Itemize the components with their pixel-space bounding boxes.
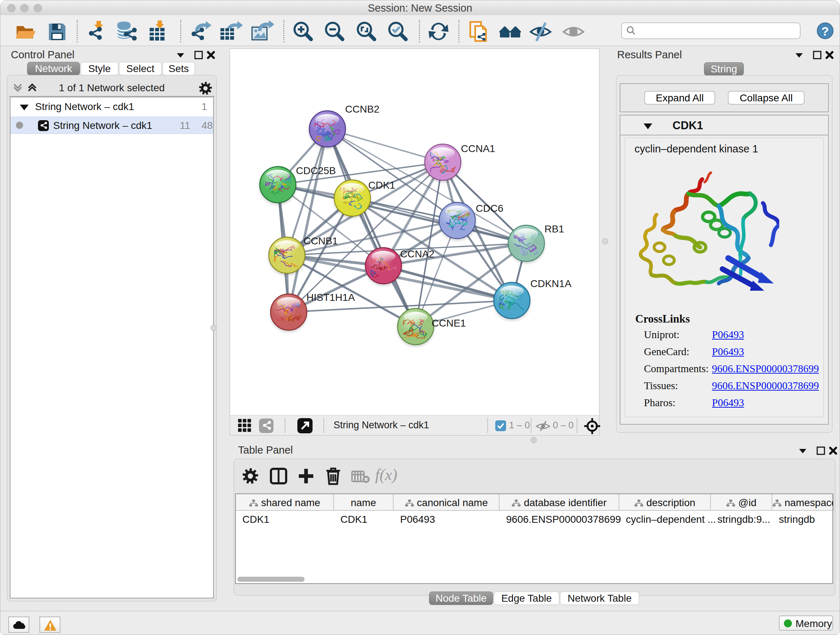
svg-text:RB1: RB1 <box>545 223 564 234</box>
svg-text:CCNA2: CCNA2 <box>400 249 434 260</box>
svg-text:CCNA1: CCNA1 <box>461 143 495 154</box>
svg-text:CCNB2: CCNB2 <box>345 103 379 115</box>
svg-text:CDK1: CDK1 <box>368 180 395 191</box>
svg-text:CDKN1A: CDKN1A <box>531 278 572 289</box>
svg-text:HIST1H1A: HIST1H1A <box>306 292 355 303</box>
svg-text:CDC6: CDC6 <box>476 203 503 214</box>
svg-text:CCNE1: CCNE1 <box>431 318 466 329</box>
svg-text:CCNB1: CCNB1 <box>303 235 338 247</box>
svg-text:CDC25B: CDC25B <box>296 165 336 176</box>
